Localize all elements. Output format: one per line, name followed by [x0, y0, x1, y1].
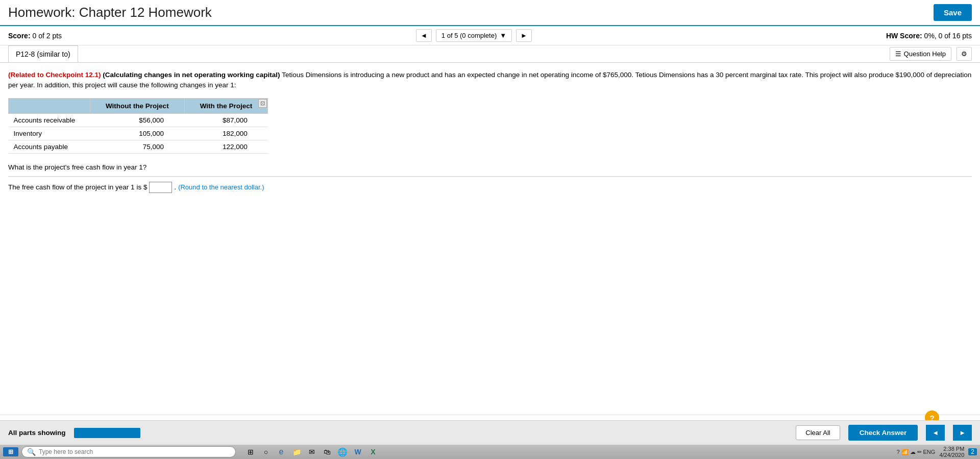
- score-label: Score:: [8, 32, 31, 40]
- row-label-inv: Inventory: [9, 127, 90, 140]
- list-icon: ☰: [895, 50, 901, 58]
- col-header-empty: [9, 98, 90, 113]
- data-table: Without the Project With the Project Acc…: [8, 98, 268, 154]
- nav-page-dropdown[interactable]: 1 of 5 (0 complete) ▼: [436, 29, 512, 42]
- question-help-button[interactable]: ☰ Question Help: [890, 47, 951, 61]
- row-ap-without: 75,000: [90, 140, 185, 153]
- gear-icon: ⚙: [961, 50, 967, 58]
- row-ap-with: 122,000: [184, 140, 268, 153]
- expand-icon[interactable]: ⊡: [258, 99, 267, 108]
- gear-settings-button[interactable]: ⚙: [957, 47, 972, 61]
- tab-bar: P12-8 (similar to) ☰ Question Help ⚙: [0, 45, 980, 63]
- main-content: (Related to Checkpoint 12.1) (Calculatin…: [0, 63, 980, 359]
- related-label: (Related to Checkpoint 12.1): [8, 71, 101, 79]
- answer-row: The free cash flow of the project in yea…: [8, 182, 972, 193]
- tab-p12-8[interactable]: P12-8 (similar to): [8, 45, 78, 62]
- col-header-without: Without the Project: [90, 98, 185, 113]
- answer-prefix: The free cash flow of the project in yea…: [8, 183, 147, 191]
- row-inv-without: 105,000: [90, 127, 185, 140]
- nav-next-button[interactable]: ►: [516, 29, 532, 42]
- score-left: Score: 0 of 2 pts: [8, 32, 62, 40]
- hw-score-value: 0%, 0 of 16 pts: [924, 32, 972, 40]
- score-bar: Score: 0 of 2 pts ◄ 1 of 5 (0 complete) …: [0, 26, 980, 45]
- table-row: Accounts receivable $56,000 $87,000: [9, 113, 268, 127]
- header-bar: Homework: Chapter 12 Homework Save: [0, 0, 980, 26]
- hw-score-label: HW Score:: [886, 32, 922, 40]
- round-note: (Round to the nearest dollar.): [178, 183, 264, 191]
- row-label-ar: Accounts receivable: [9, 113, 90, 127]
- question-text: What is the project's free cash flow in …: [8, 163, 972, 171]
- table-row: Accounts payable 75,000 122,000: [9, 140, 268, 153]
- page-title: Homework: Chapter 12 Homework: [8, 5, 212, 20]
- nav-prev-button[interactable]: ◄: [416, 29, 432, 42]
- row-ar-without: $56,000: [90, 113, 185, 127]
- table-row: Inventory 105,000 182,000: [9, 127, 268, 140]
- row-ar-with: $87,000: [184, 113, 268, 127]
- divider: [8, 176, 972, 177]
- score-right: HW Score: 0%, 0 of 16 pts: [886, 32, 972, 40]
- problem-text: (Related to Checkpoint 12.1) (Calculatin…: [8, 70, 972, 91]
- answer-input[interactable]: [149, 182, 172, 193]
- bold-label: (Calculating changes in net operating wo…: [103, 71, 280, 79]
- dropdown-arrow-icon: ▼: [500, 32, 506, 39]
- answer-suffix: .: [174, 183, 176, 191]
- row-label-ap: Accounts payable: [9, 140, 90, 153]
- nav-center: ◄ 1 of 5 (0 complete) ▼ ►: [62, 29, 886, 42]
- data-table-wrapper: ⊡ Without the Project With the Project A…: [8, 98, 268, 154]
- score-value: 0 of 2 pts: [32, 32, 62, 40]
- tab-right-controls: ☰ Question Help ⚙: [890, 47, 972, 61]
- row-inv-with: 182,000: [184, 127, 268, 140]
- col-header-with: With the Project: [184, 98, 268, 113]
- save-button[interactable]: Save: [934, 4, 972, 21]
